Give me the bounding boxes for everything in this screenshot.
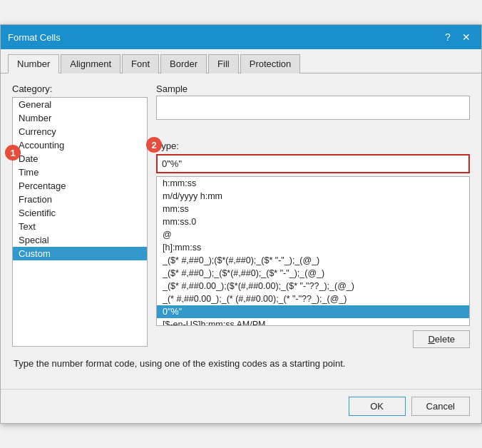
delete-button[interactable]: Delete <box>413 330 470 348</box>
title-bar: Format Cells ? ✕ <box>1 25 481 49</box>
type-label: Type: <box>156 141 470 151</box>
main-row: Category: 1 General Number Currency Acco… <box>12 83 470 348</box>
list-item-date[interactable]: Date <box>13 152 147 166</box>
title-bar-buttons: ? ✕ <box>440 29 474 45</box>
sample-box <box>156 96 470 120</box>
format-item-mdyyyy-hmm[interactable]: m/d/yyyy h:mm <box>157 190 469 203</box>
format-item-accounting4[interactable]: _(* #,##0.00_);_(* (#,##0.00);_(* "-"??_… <box>157 292 469 305</box>
list-item-percentage[interactable]: Percentage <box>13 179 147 193</box>
list-item-fraction[interactable]: Fraction <box>13 193 147 206</box>
format-cells-dialog: Format Cells ? ✕ Number Alignment Font B… <box>0 24 482 424</box>
close-button[interactable]: ✕ <box>458 29 474 45</box>
list-item-number[interactable]: Number <box>13 111 147 125</box>
delete-row: Delete <box>156 330 470 348</box>
help-button[interactable]: ? <box>440 29 456 45</box>
format-item-mmss[interactable]: mm:ss <box>157 203 469 215</box>
tab-border[interactable]: Border <box>160 54 207 73</box>
format-item-accounting3[interactable]: _($* #,##0.00_);($*(#,##0.00);_($* "-"??… <box>157 280 469 292</box>
format-item-mmss0[interactable]: mm:ss.0 <box>157 215 469 228</box>
tabs-row: Number Alignment Font Border Fill Protec… <box>1 49 481 73</box>
tab-alignment[interactable]: Alignment <box>61 54 120 73</box>
description-text: Type the number format code, using one o… <box>12 358 470 369</box>
format-listbox[interactable]: h:mm:ss m/d/yyyy h:mm mm:ss mm:ss.0 @ [h… <box>156 176 470 326</box>
tab-fill[interactable]: Fill <box>208 54 239 73</box>
list-item-time[interactable]: Time <box>13 166 147 179</box>
list-item-currency[interactable]: Currency <box>13 125 147 138</box>
list-item-scientific[interactable]: Scientific <box>13 206 147 220</box>
list-item-text[interactable]: Text <box>13 220 147 233</box>
format-item-accounting1[interactable]: _($* #,##0_);($*(#,##0);_($* "-"_);_(@_) <box>157 254 469 267</box>
list-item-custom[interactable]: Custom <box>13 247 147 260</box>
cancel-button[interactable]: Cancel <box>411 397 470 416</box>
tab-font[interactable]: Font <box>122 54 159 73</box>
sample-label: Sample <box>156 83 470 94</box>
badge-2: 2 <box>146 137 162 153</box>
bottom-buttons: OK Cancel <box>1 389 481 423</box>
dialog-body: Category: 1 General Number Currency Acco… <box>1 73 481 379</box>
dialog-title: Format Cells <box>8 32 61 43</box>
format-item-percent[interactable]: 0"%" <box>157 305 469 318</box>
tab-number[interactable]: Number <box>8 54 59 73</box>
list-item-general[interactable]: General <box>13 98 147 111</box>
ok-button[interactable]: OK <box>349 397 406 416</box>
list-item-accounting[interactable]: Accounting <box>13 138 147 152</box>
format-item-hmmss[interactable]: h:mm:ss <box>157 177 469 190</box>
format-item-en-us-time[interactable]: [$-en-US]h:mm:ss AM/PM <box>157 318 469 326</box>
list-item-special[interactable]: Special <box>13 233 147 247</box>
delete-label: Delete <box>428 334 455 345</box>
format-item-accounting2[interactable]: _($* #,##0_);_($*(#,##0);_($* "-"_);_(@_… <box>157 267 469 280</box>
right-panel: Sample 2 Type: h:mm:ss m/d/yyyy h:mm mm:… <box>156 83 470 348</box>
category-label: Category: <box>12 83 148 94</box>
format-item-hmmss2[interactable]: [h]:mm:ss <box>157 241 469 254</box>
category-listbox[interactable]: General Number Currency Accounting Date … <box>12 97 148 347</box>
tab-protection[interactable]: Protection <box>240 54 301 73</box>
left-panel: Category: 1 General Number Currency Acco… <box>12 83 148 348</box>
format-item-at[interactable]: @ <box>157 228 469 241</box>
type-input[interactable] <box>156 154 470 173</box>
badge-1: 1 <box>5 145 21 161</box>
